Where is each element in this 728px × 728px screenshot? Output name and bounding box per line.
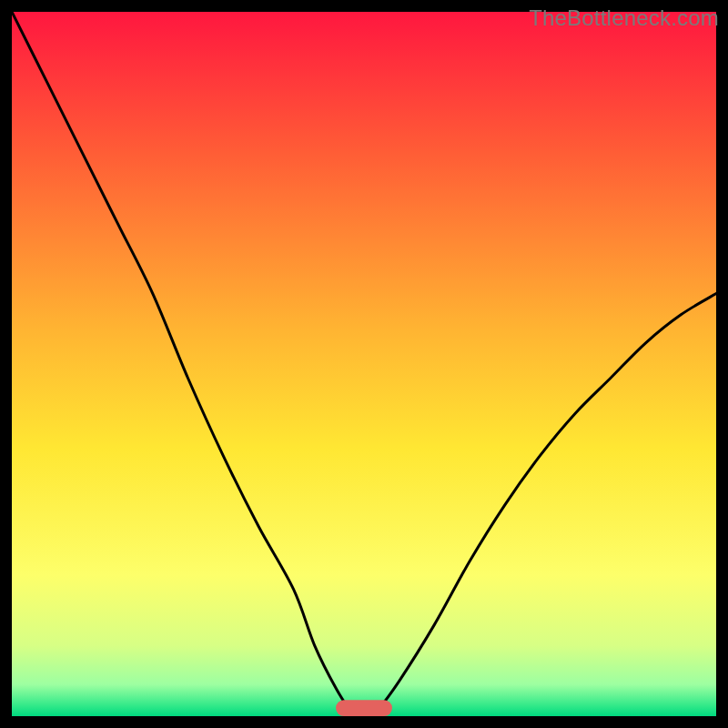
watermark-text: TheBottleneck.com xyxy=(529,5,719,31)
gradient-background xyxy=(12,12,716,716)
chart-frame: TheBottleneck.com xyxy=(0,0,728,728)
plot-area xyxy=(12,12,716,716)
bottleneck-curve-chart xyxy=(12,12,716,716)
optimal-marker xyxy=(336,700,392,716)
